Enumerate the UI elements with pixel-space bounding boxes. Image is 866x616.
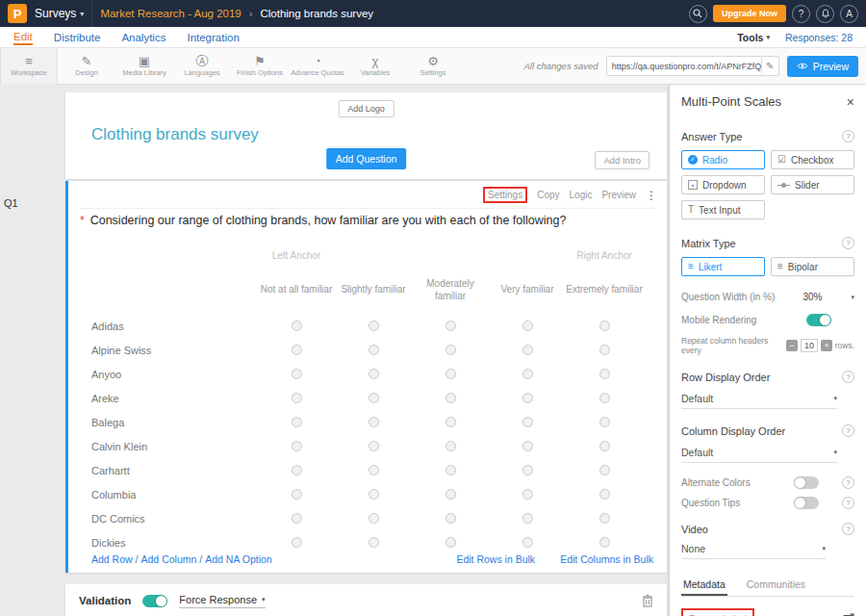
- radio-option[interactable]: [446, 513, 456, 524]
- survey-title[interactable]: Clothing brands survey: [91, 125, 259, 144]
- radio-option[interactable]: [599, 441, 610, 451]
- radio-option[interactable]: [522, 321, 533, 331]
- toolbar-item-variables[interactable]: χ Variables: [346, 48, 404, 85]
- radio-option[interactable]: [369, 537, 379, 548]
- question-tips-toggle[interactable]: [794, 497, 819, 509]
- decrement-button[interactable]: −: [786, 340, 797, 351]
- notifications-button[interactable]: [816, 5, 834, 23]
- delete-question-button[interactable]: [642, 594, 653, 607]
- radio-option[interactable]: [292, 369, 302, 379]
- add-question-button[interactable]: Add Question: [326, 148, 407, 169]
- tab-edit[interactable]: Edit: [13, 29, 33, 45]
- radio-option[interactable]: [522, 441, 533, 451]
- column-header[interactable]: Extremely familiar: [566, 266, 643, 314]
- tab-distribute[interactable]: Distribute: [54, 32, 101, 43]
- toolbar-item-design[interactable]: ✎ Design: [58, 48, 115, 85]
- add-column-link[interactable]: Add Column: [141, 553, 197, 565]
- radio-option[interactable]: [599, 345, 610, 355]
- radio-option[interactable]: [292, 417, 302, 427]
- alternate-colors-toggle[interactable]: [794, 476, 819, 489]
- validation-toggle[interactable]: [142, 595, 167, 607]
- toolbar-item-settings[interactable]: ⚙ Settings: [404, 48, 462, 85]
- chevron-down-icon[interactable]: ▾: [851, 294, 854, 301]
- row-label[interactable]: Calvin Klein: [91, 434, 258, 458]
- radio-option[interactable]: [446, 369, 456, 379]
- question-logic-button[interactable]: Logic: [570, 190, 593, 200]
- add-na-option-link[interactable]: Add NA Option: [205, 553, 271, 565]
- row-label[interactable]: Carhartt: [91, 458, 258, 482]
- radio-option[interactable]: [599, 513, 610, 524]
- help-icon[interactable]: ?: [842, 497, 854, 509]
- breadcrumb-parent[interactable]: Market Research - Aug 2019: [100, 8, 241, 19]
- radio-option[interactable]: [446, 321, 456, 331]
- answer-type-dropdown[interactable]: ▾ Dropdown: [681, 175, 765, 194]
- tab-communities[interactable]: Communities: [745, 575, 807, 596]
- tab-analytics[interactable]: Analytics: [121, 32, 166, 43]
- row-label[interactable]: Adidas: [91, 314, 258, 338]
- upgrade-now-button[interactable]: Upgrade Now: [713, 5, 786, 22]
- radio-option[interactable]: [599, 369, 610, 379]
- radio-option[interactable]: [292, 537, 302, 548]
- radio-option[interactable]: [369, 489, 379, 500]
- row-label[interactable]: Alpine Swiss: [91, 338, 258, 362]
- row-label[interactable]: Balega: [91, 410, 258, 434]
- toolbar-item-media-library[interactable]: ▣ Media Library: [115, 48, 173, 85]
- radio-option[interactable]: [292, 321, 302, 331]
- radio-option[interactable]: [522, 465, 533, 475]
- radio-option[interactable]: [446, 489, 456, 500]
- validation-type-dropdown[interactable]: Force Response ▾: [179, 594, 265, 608]
- row-label[interactable]: Columbia: [91, 482, 258, 506]
- radio-option[interactable]: [446, 393, 456, 403]
- tools-menu[interactable]: Tools ▾: [737, 32, 770, 43]
- radio-option[interactable]: [292, 441, 302, 451]
- question-preview-button[interactable]: Preview: [601, 190, 636, 200]
- product-menu[interactable]: Surveys ▾: [35, 7, 84, 20]
- radio-option[interactable]: [599, 321, 610, 331]
- answer-type-slider[interactable]: Slider: [771, 175, 854, 194]
- radio-option[interactable]: [446, 441, 456, 451]
- increment-button[interactable]: +: [821, 340, 831, 351]
- add-logo-button[interactable]: Add Logo: [338, 100, 395, 117]
- radio-option[interactable]: [599, 489, 610, 500]
- radio-option[interactable]: [599, 465, 610, 475]
- radio-option[interactable]: [446, 537, 456, 548]
- edit-url-icon[interactable]: ✎: [761, 56, 778, 76]
- avatar[interactable]: A: [840, 5, 858, 23]
- column-header[interactable]: Very familiar: [489, 266, 566, 314]
- radio-option[interactable]: [599, 417, 610, 427]
- radio-option[interactable]: [522, 489, 533, 500]
- radio-option[interactable]: [599, 393, 610, 403]
- radio-option[interactable]: [369, 441, 379, 451]
- radio-option[interactable]: [369, 345, 379, 355]
- help-icon[interactable]: ?: [842, 237, 854, 249]
- column-header[interactable]: Slightly familiar: [335, 266, 412, 314]
- help-icon[interactable]: ?: [842, 476, 854, 489]
- radio-option[interactable]: [446, 465, 456, 475]
- tab-metadata[interactable]: Metadata: [681, 575, 727, 596]
- help-icon[interactable]: ?: [842, 523, 854, 535]
- mobile-rendering-toggle[interactable]: [806, 314, 831, 326]
- question-settings-button[interactable]: Settings: [488, 190, 522, 200]
- repeat-headers-value[interactable]: 10: [801, 339, 819, 352]
- radio-option[interactable]: [369, 321, 379, 331]
- row-label[interactable]: DC Comics: [91, 506, 258, 530]
- radio-option[interactable]: [522, 345, 533, 355]
- answer-type-radio[interactable]: ✓ Radio: [681, 150, 765, 169]
- matrix-type-bipolar[interactable]: ≡ Bipolar: [771, 257, 854, 276]
- column-display-order-dropdown[interactable]: Default ▾: [681, 447, 837, 463]
- preview-button[interactable]: Preview: [787, 56, 858, 77]
- row-label[interactable]: Areke: [91, 386, 258, 410]
- radio-option[interactable]: [292, 393, 302, 403]
- video-dropdown[interactable]: None ▾: [681, 543, 826, 559]
- radio-option[interactable]: [446, 417, 456, 427]
- close-icon[interactable]: ×: [847, 96, 854, 108]
- row-label[interactable]: Anyoo: [91, 362, 258, 386]
- column-header[interactable]: Not at all familiar: [258, 266, 335, 314]
- add-row-link[interactable]: Add Row: [91, 553, 133, 565]
- help-icon[interactable]: ?: [842, 130, 854, 142]
- radio-option[interactable]: [522, 369, 533, 379]
- toolbar-item-languages[interactable]: Ⓐ Languages: [173, 48, 231, 85]
- row-display-order-dropdown[interactable]: Default ▾: [681, 393, 837, 409]
- kebab-menu-icon[interactable]: ⋮: [646, 189, 657, 202]
- toolbar-item-workspace[interactable]: ≡ Workspace: [0, 48, 58, 85]
